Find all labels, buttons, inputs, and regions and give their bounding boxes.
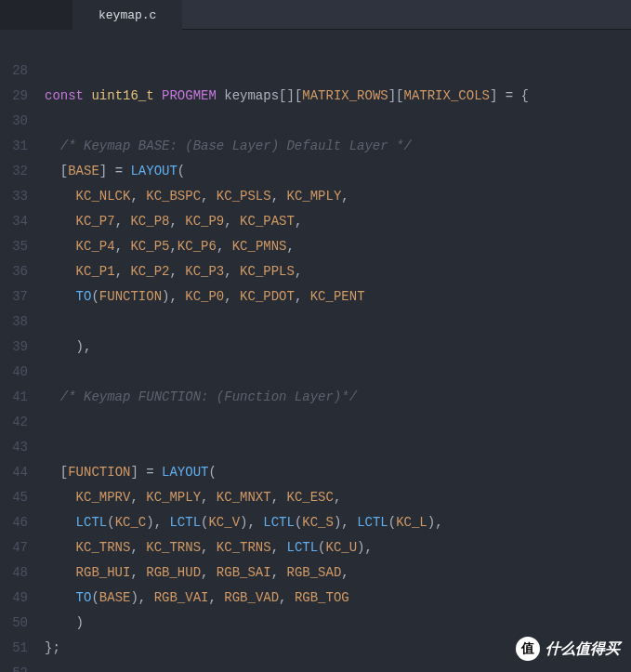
tab-keymap-c[interactable]: keymap.c (72, 0, 182, 30)
code-line (45, 59, 631, 84)
line-number: 45 (0, 485, 28, 510)
line-number-gutter: 2829303132333435363738394041424344454647… (0, 30, 35, 672)
line-number: 42 (0, 410, 28, 435)
code-line: /* Keymap BASE: (Base Layer) Default Lay… (45, 134, 631, 159)
code-line (45, 109, 631, 134)
tab-spacer (0, 0, 72, 30)
line-number: 38 (0, 310, 28, 335)
line-number: 36 (0, 259, 28, 284)
line-number: 37 (0, 284, 28, 310)
code-line (45, 435, 631, 460)
line-number: 48 (0, 560, 28, 586)
line-number: 43 (0, 435, 28, 460)
line-number: 30 (0, 109, 28, 134)
code-line: ), (45, 335, 631, 360)
code-line: KC_P7, KC_P8, KC_P9, KC_PAST, (45, 209, 631, 234)
code-line (45, 360, 631, 385)
line-number: 46 (0, 510, 28, 535)
line-number: 28 (0, 59, 28, 84)
line-number: 51 (0, 636, 28, 661)
code-line: KC_P4, KC_P5,KC_P6, KC_PMNS, (45, 234, 631, 259)
line-number: 29 (0, 84, 28, 109)
watermark-badge-icon: 值 (516, 637, 540, 661)
line-number: 50 (0, 611, 28, 636)
code-line: LCTL(KC_C), LCTL(KC_V), LCTL(KC_S), LCTL… (45, 510, 631, 535)
tab-filename: keymap.c (99, 8, 156, 22)
line-number: 44 (0, 460, 28, 485)
line-number: 35 (0, 234, 28, 259)
tab-bar: keymap.c (0, 0, 631, 30)
code-line: KC_TRNS, KC_TRNS, KC_TRNS, LCTL(KC_U), (45, 535, 631, 560)
code-line: RGB_HUI, RGB_HUD, RGB_SAI, RGB_SAD, (45, 560, 631, 586)
code-line: const uint16_t PROGMEM keymaps[][MATRIX_… (45, 84, 631, 109)
line-number: 47 (0, 535, 28, 560)
line-number: 34 (0, 209, 28, 234)
code-line (45, 661, 631, 672)
code-line: [FUNCTION] = LAYOUT( (45, 460, 631, 485)
code-line: TO(BASE), RGB_VAI, RGB_VAD, RGB_TOG (45, 586, 631, 611)
editor[interactable]: 2829303132333435363738394041424344454647… (0, 30, 631, 672)
code-line: /* Keymap FUNCTION: (Function Layer)*/ (45, 385, 631, 410)
code-line: KC_NLCK, KC_BSPC, KC_PSLS, KC_MPLY, (45, 184, 631, 209)
line-number: 41 (0, 385, 28, 410)
code-line: TO(FUNCTION), KC_P0, KC_PDOT, KC_PENT (45, 284, 631, 310)
code-area[interactable]: const uint16_t PROGMEM keymaps[][MATRIX_… (35, 30, 631, 672)
code-line (45, 33, 631, 59)
code-line: ) (45, 611, 631, 636)
line-number: 39 (0, 335, 28, 360)
watermark: 值 什么值得买 (516, 637, 620, 661)
tab-rest (182, 0, 631, 30)
code-line: KC_P1, KC_P2, KC_P3, KC_PPLS, (45, 259, 631, 284)
line-number: 40 (0, 360, 28, 385)
line-number: 31 (0, 134, 28, 159)
watermark-text: 什么值得买 (546, 639, 620, 659)
line-number: 32 (0, 159, 28, 184)
code-line (45, 410, 631, 435)
line-number: 52 (0, 661, 28, 672)
line-number: 49 (0, 586, 28, 611)
code-line (45, 310, 631, 335)
line-number: 33 (0, 184, 28, 209)
line-number (0, 33, 28, 59)
code-line: [BASE] = LAYOUT( (45, 159, 631, 184)
code-line: KC_MPRV, KC_MPLY, KC_MNXT, KC_ESC, (45, 485, 631, 510)
